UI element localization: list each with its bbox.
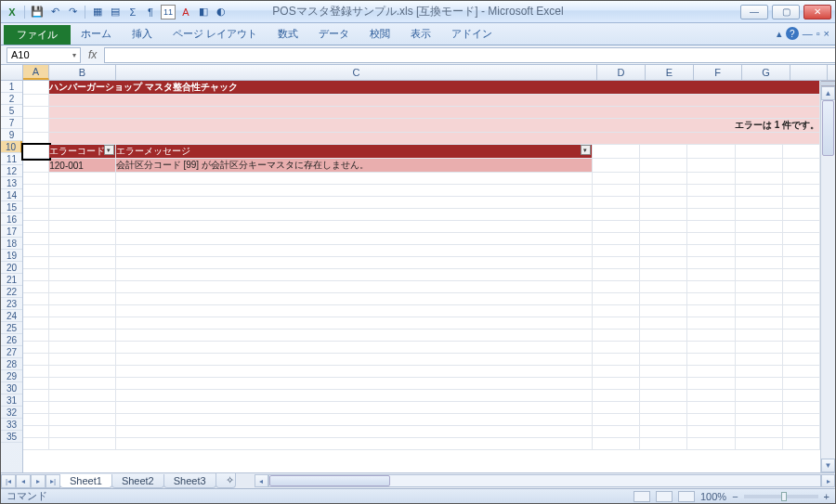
cell[interactable] xyxy=(49,221,115,233)
cell[interactable] xyxy=(115,317,592,330)
cell-error-message[interactable]: 会計区分コード [99] が会計区分キーマスタに存在しません。 xyxy=(115,159,592,173)
cell[interactable] xyxy=(783,342,820,354)
cell[interactable] xyxy=(639,402,686,414)
row-header[interactable]: 25 xyxy=(1,322,22,334)
cell[interactable] xyxy=(783,245,820,257)
sheet-tab[interactable]: Sheet1 xyxy=(59,474,112,488)
cell[interactable] xyxy=(687,305,735,317)
cell[interactable] xyxy=(639,197,686,209)
normal-view-button[interactable] xyxy=(634,491,650,502)
next-sheet-button[interactable]: ▸ xyxy=(31,474,46,488)
select-all-corner[interactable] xyxy=(1,65,23,80)
cell[interactable] xyxy=(687,173,735,185)
cell[interactable] xyxy=(735,426,782,438)
cell[interactable] xyxy=(687,269,735,281)
cell[interactable] xyxy=(115,390,592,402)
cell[interactable] xyxy=(592,354,639,366)
cell[interactable] xyxy=(49,414,115,426)
cell[interactable] xyxy=(115,209,592,221)
cell[interactable] xyxy=(115,342,592,354)
cell[interactable] xyxy=(23,221,49,233)
cell[interactable] xyxy=(735,378,782,390)
cell[interactable] xyxy=(49,366,115,378)
cell[interactable] xyxy=(735,330,782,342)
column-header[interactable]: G xyxy=(742,65,790,80)
row-header[interactable]: 15 xyxy=(1,201,22,213)
cell[interactable] xyxy=(639,305,686,317)
row-header[interactable]: 19 xyxy=(1,250,22,262)
cell[interactable] xyxy=(639,173,686,185)
cell[interactable] xyxy=(49,438,115,450)
tab-addins[interactable]: アドイン xyxy=(441,23,503,45)
cell[interactable] xyxy=(592,293,639,305)
cell[interactable] xyxy=(639,378,686,390)
cell[interactable] xyxy=(23,366,49,378)
cell[interactable] xyxy=(687,330,735,342)
cell[interactable] xyxy=(592,330,639,342)
cell[interactable] xyxy=(115,426,592,438)
cell[interactable] xyxy=(639,390,686,402)
first-sheet-button[interactable]: |◂ xyxy=(1,474,16,488)
cell[interactable] xyxy=(639,366,686,378)
cell[interactable] xyxy=(23,257,49,269)
cell[interactable] xyxy=(735,257,782,269)
cell[interactable] xyxy=(735,269,782,281)
cell[interactable] xyxy=(592,233,639,245)
cell[interactable] xyxy=(592,317,639,330)
cell[interactable] xyxy=(592,245,639,257)
cell[interactable] xyxy=(639,426,686,438)
cell[interactable] xyxy=(783,354,820,366)
row-header[interactable]: 5 xyxy=(1,105,22,117)
cell[interactable] xyxy=(783,257,820,269)
cell[interactable] xyxy=(783,281,820,293)
cell[interactable] xyxy=(735,414,782,426)
qat-btn[interactable]: ◐ xyxy=(214,5,229,19)
cell[interactable] xyxy=(115,438,592,450)
scroll-thumb[interactable] xyxy=(822,100,834,156)
cell[interactable] xyxy=(639,414,686,426)
cell[interactable] xyxy=(687,209,735,221)
cell[interactable] xyxy=(783,366,820,378)
cell[interactable] xyxy=(23,354,49,366)
row-header[interactable]: 31 xyxy=(1,394,22,407)
cell[interactable] xyxy=(735,402,782,414)
scroll-up-button[interactable]: ▲ xyxy=(821,86,835,100)
cell[interactable] xyxy=(49,197,115,209)
cell[interactable] xyxy=(735,209,782,221)
prev-sheet-button[interactable]: ◂ xyxy=(16,474,31,488)
cell[interactable] xyxy=(115,281,592,293)
cell[interactable] xyxy=(592,414,639,426)
cell[interactable] xyxy=(49,185,115,197)
cell[interactable] xyxy=(783,426,820,438)
cell[interactable] xyxy=(49,281,115,293)
table-header-message[interactable]: エラーメッセージ▾ xyxy=(115,145,592,159)
qat-btn[interactable]: ◧ xyxy=(196,5,211,19)
cell[interactable] xyxy=(783,173,820,185)
filter-icon[interactable]: ▾ xyxy=(104,145,114,155)
cell[interactable] xyxy=(23,414,49,426)
cell[interactable] xyxy=(687,414,735,426)
cell[interactable] xyxy=(735,245,782,257)
page-break-view-button[interactable] xyxy=(678,491,695,502)
cell[interactable] xyxy=(592,197,639,209)
tab-home[interactable]: ホーム xyxy=(71,23,122,45)
cell[interactable] xyxy=(592,185,639,197)
cell[interactable] xyxy=(592,173,639,185)
cell[interactable] xyxy=(115,402,592,414)
cell[interactable] xyxy=(735,317,782,330)
cell[interactable] xyxy=(687,402,735,414)
cell[interactable] xyxy=(687,317,735,330)
last-sheet-button[interactable]: ▸| xyxy=(46,474,60,488)
scroll-thumb[interactable] xyxy=(269,475,390,486)
active-cell[interactable] xyxy=(23,145,49,159)
row-header[interactable]: 24 xyxy=(1,310,22,322)
qat-btn[interactable]: ▤ xyxy=(108,5,123,19)
cell[interactable] xyxy=(49,245,115,257)
row-header[interactable]: 10 xyxy=(1,141,22,153)
zoom-in-button[interactable]: + xyxy=(824,491,829,502)
cell[interactable] xyxy=(639,185,686,197)
row-header[interactable]: 7 xyxy=(1,117,22,129)
column-header[interactable]: F xyxy=(694,65,742,80)
cell[interactable] xyxy=(783,293,820,305)
minimize-button[interactable]: — xyxy=(740,5,768,19)
